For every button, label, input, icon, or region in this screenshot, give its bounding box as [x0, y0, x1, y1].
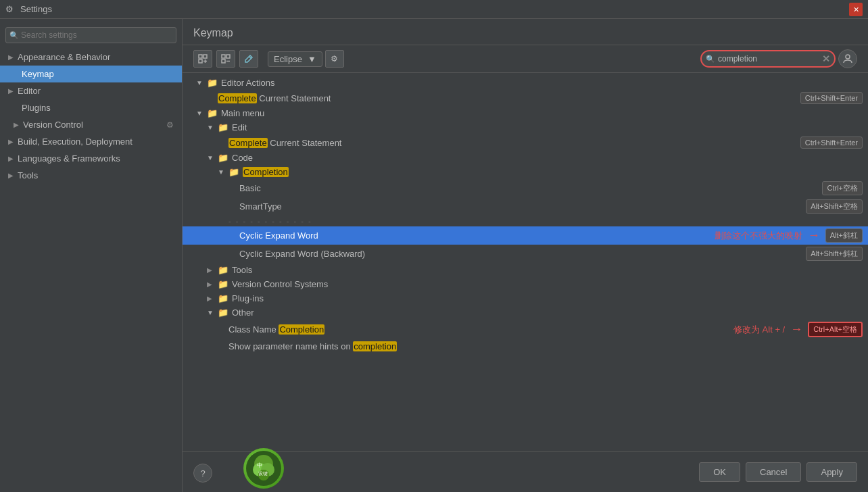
annotation-modify: 修改为 Alt + / — [733, 324, 785, 336]
close-button[interactable]: ✕ — [849, 3, 863, 16]
preset-dropdown[interactable]: Eclipse ▼ — [268, 51, 322, 67]
sidebar-search-input[interactable] — [5, 27, 176, 43]
svg-text:设键: 设键 — [258, 471, 268, 476]
tree-label-edit: Edit — [232, 122, 247, 132]
gear-icon: ⚙ — [331, 54, 338, 64]
search-input[interactable] — [700, 50, 836, 68]
folder-icon: 📁 — [218, 308, 228, 318]
arrow-icon: ▶ — [8, 155, 14, 162]
svg-rect-5 — [222, 55, 225, 58]
tree-label-editor-actions: Editor Actions — [221, 78, 275, 88]
tree-node-editor-actions[interactable]: ▼ 📁 Editor Actions — [183, 76, 868, 90]
window-title: Settings — [20, 4, 52, 14]
tree-node-basic[interactable]: ▼ Basic Ctrl+空格 — [183, 179, 868, 197]
tree-label-code: Code — [232, 153, 253, 163]
expand-all-button[interactable] — [193, 50, 212, 68]
arrow-right-icon: → — [808, 228, 820, 243]
tree-node-vcs-folder[interactable]: ▶ 📁 Version Control Systems — [183, 277, 868, 291]
sidebar-search-box: 🔍 — [5, 27, 176, 43]
tree-node-complete-current-2[interactable]: ▼ Complete Current Statement Ctrl+Shift+… — [183, 134, 868, 151]
logo-area: 中 设键 — [243, 448, 284, 489]
sidebar-label-editor: Editor — [18, 86, 41, 96]
preset-value: Eclipse — [274, 54, 302, 64]
cancel-button[interactable]: Cancel — [746, 462, 801, 482]
dropdown-arrow-icon: ▼ — [308, 54, 316, 64]
tree-node-param-hints[interactable]: ▼ Show parameter name hints on completio… — [183, 339, 868, 353]
annotation-delete: 删除这个不强大的映射 — [715, 230, 802, 242]
highlight-complete-2: Complete — [228, 138, 268, 148]
tree-arrow-icon: ▶ — [207, 280, 215, 288]
tree-label-complete-2: Complete Current Statement — [228, 138, 341, 148]
shortcut-class-name: Ctrl+Alt+空格 — [808, 322, 863, 337]
clear-search-button[interactable]: ✕ — [822, 53, 830, 64]
sidebar-item-editor[interactable]: ▶ Editor — [0, 82, 182, 99]
folder-icon: 📁 — [218, 265, 228, 275]
title-bar: ⚙ Settings ✕ — [0, 0, 868, 19]
expand-icon — [198, 54, 208, 64]
tree-node-cyclic-expand-back[interactable]: ▼ Cyclic Expand Word (Backward) Alt+Shif… — [183, 245, 868, 263]
pencil-icon — [244, 54, 254, 64]
search-area: 🔍 ✕ — [700, 49, 857, 68]
svg-point-10 — [846, 55, 850, 59]
toolbar: Eclipse ▼ ⚙ 🔍 ✕ — [183, 45, 868, 73]
tree-node-separator: - - - - - - - - - - - - — [183, 216, 868, 226]
sidebar-item-tools[interactable]: ▶ Tools — [0, 167, 182, 184]
logo-icon: 中 设键 — [243, 448, 284, 489]
sidebar-search-icon: 🔍 — [9, 31, 19, 40]
tree-node-smarttype[interactable]: ▼ SmartType Alt+Shift+空格 — [183, 197, 868, 216]
preset-settings-button[interactable]: ⚙ — [325, 50, 344, 68]
svg-rect-1 — [203, 55, 207, 58]
arrow-icon: ▶ — [8, 138, 14, 145]
ok-button[interactable]: OK — [699, 462, 740, 482]
user-button[interactable] — [838, 49, 857, 68]
tree-label-main-menu: Main menu — [221, 108, 264, 118]
highlight-completion-class: Completion — [279, 324, 324, 335]
edit-button[interactable] — [239, 50, 258, 68]
collapse-all-button[interactable] — [216, 50, 235, 68]
app-icon: ⚙ — [5, 4, 16, 15]
tree-node-main-menu[interactable]: ▼ 📁 Main menu — [183, 106, 868, 120]
content-header: Keymap — [183, 19, 868, 45]
sidebar-item-version-control[interactable]: ▶ Version Control ⚙ — [0, 116, 182, 133]
sidebar-label-languages: Languages & Frameworks — [18, 153, 120, 164]
sidebar-item-languages[interactable]: ▶ Languages & Frameworks — [0, 150, 182, 167]
tree-arrow-icon: ▶ — [207, 266, 215, 274]
folder-icon: 📁 — [218, 279, 228, 289]
sidebar-item-plugins[interactable]: Plugins — [0, 99, 182, 116]
tree-node-code[interactable]: ▼ 📁 Code — [183, 151, 868, 165]
tree-node-completion-folder[interactable]: ▼ 📁 Completion — [183, 165, 868, 179]
tree-label-other-folder: Other — [232, 308, 254, 318]
tree-label-plugins-folder: Plug-ins — [232, 293, 264, 303]
sidebar-label-appearance: Appearance & Behavior — [18, 52, 110, 62]
tree-label-param-hints: Show parameter name hints on completion — [228, 341, 397, 351]
tree-label-completion-folder: Completion — [243, 167, 289, 177]
help-button[interactable]: ? — [193, 464, 212, 483]
svg-rect-2 — [199, 59, 202, 63]
sidebar-item-appearance[interactable]: ▶ Appearance & Behavior — [0, 49, 182, 66]
shortcut-basic: Ctrl+空格 — [822, 181, 863, 195]
tree-node-class-name-completion[interactable]: ▼ Class Name Completion 修改为 Alt + / → Ct… — [183, 320, 868, 339]
tree-label-cyclic-expand: Cyclic Expand Word — [239, 230, 318, 241]
tree-label-cyclic-expand-back: Cyclic Expand Word (Backward) — [239, 249, 365, 259]
person-icon — [842, 53, 853, 64]
highlight-completion-hints: completion — [353, 341, 397, 351]
separator-text: - - - - - - - - - - - - — [228, 217, 312, 225]
tree-node-complete-current-1[interactable]: ▼ Complete Current Statement Ctrl+Shift+… — [183, 90, 868, 106]
sidebar: 🔍 ▶ Appearance & Behavior Keymap ▶ Edito… — [0, 19, 183, 492]
tree-node-cyclic-expand[interactable]: ▼ Cyclic Expand Word 删除这个不强大的映射 → Alt+斜杠 — [183, 226, 868, 245]
sidebar-item-build[interactable]: ▶ Build, Execution, Deployment — [0, 133, 182, 150]
apply-button[interactable]: Apply — [806, 462, 857, 482]
page-title: Keymap — [193, 27, 233, 39]
tree-node-tools-folder[interactable]: ▶ 📁 Tools — [183, 263, 868, 277]
arrow-icon: ▶ — [8, 172, 14, 179]
bottom-bar: ? 中 设键 OK — [183, 451, 868, 492]
collapse-icon — [221, 54, 231, 64]
tree-node-other-folder[interactable]: ▼ 📁 Other — [183, 305, 868, 320]
tree-node-plugins-folder[interactable]: ▶ 📁 Plug-ins — [183, 291, 868, 305]
tree-node-edit[interactable]: ▼ 📁 Edit — [183, 120, 868, 134]
tree-label-smarttype: SmartType — [239, 201, 282, 212]
sidebar-item-keymap[interactable]: Keymap — [0, 66, 182, 82]
tree-label-vcs-folder: Version Control Systems — [232, 279, 328, 289]
folder-icon: 📁 — [228, 167, 239, 177]
gear-icon[interactable]: ⚙ — [166, 120, 174, 130]
